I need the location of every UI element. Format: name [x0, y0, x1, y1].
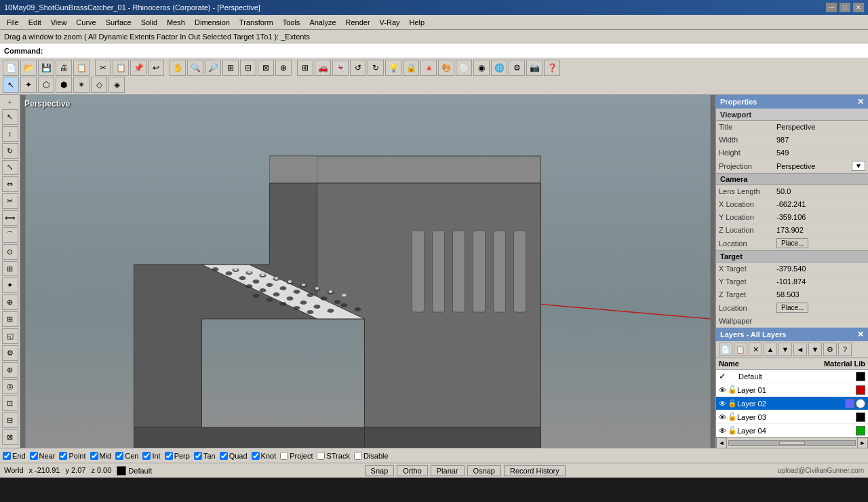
- tb-zoom-target[interactable]: ⊕: [275, 60, 292, 76]
- lt-mirror[interactable]: ⇔: [2, 176, 18, 192]
- snap-project[interactable]: Project: [280, 452, 313, 460]
- layer-down-btn[interactable]: ▼: [778, 343, 792, 356]
- minimize-btn[interactable]: —: [826, 3, 837, 12]
- snap-cen-cb[interactable]: [115, 452, 123, 460]
- tb-ghost[interactable]: 👻: [332, 60, 349, 76]
- tb-rotate-left[interactable]: ↺: [350, 60, 366, 76]
- tb-color[interactable]: 🎨: [438, 60, 454, 76]
- layer-color-02[interactable]: [845, 399, 854, 408]
- command-input[interactable]: [45, 47, 864, 55]
- tb-zoom-in[interactable]: 🔍: [187, 60, 203, 76]
- record-history-btn[interactable]: Record History: [504, 465, 566, 476]
- layer-row-default[interactable]: ✓ Default: [716, 370, 868, 383]
- tb-light[interactable]: 💡: [385, 60, 401, 76]
- tb-select[interactable]: ↖: [3, 77, 19, 93]
- lt-hide[interactable]: ◎: [2, 379, 18, 395]
- snap-quad[interactable]: Quad: [220, 452, 248, 460]
- tb-hatch[interactable]: ◇: [91, 77, 107, 93]
- lt-group2[interactable]: ⊞: [2, 311, 18, 327]
- snap-point-cb[interactable]: [59, 452, 67, 460]
- tb-car[interactable]: 🚗: [315, 60, 331, 76]
- menu-help[interactable]: Help: [406, 17, 429, 28]
- window-controls[interactable]: — □ ✕: [826, 3, 864, 12]
- lt-trim[interactable]: ✂: [2, 193, 18, 209]
- layers-scrollbar[interactable]: ◄ ►: [716, 437, 868, 448]
- menu-tools[interactable]: Tools: [279, 17, 304, 28]
- tb-array[interactable]: ✶: [73, 77, 90, 93]
- lt-array2[interactable]: ⊞: [2, 261, 18, 277]
- layer-settings-btn[interactable]: ⚙: [823, 343, 837, 356]
- tb-pan[interactable]: ✋: [170, 60, 186, 76]
- tb-rotate-right[interactable]: ↻: [368, 60, 384, 76]
- snap-end-cb[interactable]: [3, 452, 11, 460]
- snap-near-cb[interactable]: [30, 452, 38, 460]
- menu-render[interactable]: Render: [342, 17, 374, 28]
- snap-strack-cb[interactable]: [317, 452, 325, 460]
- tb-cut[interactable]: ✂: [95, 60, 111, 76]
- lt-render3[interactable]: ⊠: [2, 429, 18, 445]
- layers-close-btn[interactable]: ✕: [857, 330, 864, 339]
- lt-explode[interactable]: ✦: [2, 277, 18, 293]
- lt-snap2[interactable]: ⊕: [2, 362, 18, 378]
- tb-save[interactable]: 💾: [38, 60, 54, 76]
- layer-delete-btn[interactable]: ✕: [749, 343, 762, 356]
- lt-cursor[interactable]: ↖: [2, 109, 18, 125]
- tb-zoom-select[interactable]: ⊠: [258, 60, 274, 76]
- scroll-right-btn[interactable]: ►: [857, 438, 868, 448]
- menu-analyze[interactable]: Analyze: [305, 17, 340, 28]
- layer-row-01[interactable]: 👁 🔓 Layer 01: [716, 383, 868, 397]
- lt-show[interactable]: ⊡: [2, 395, 18, 411]
- lt-extend[interactable]: ⟺: [2, 210, 18, 226]
- scroll-left-btn[interactable]: ◄: [716, 438, 727, 448]
- snap-perp-cb[interactable]: [165, 452, 173, 460]
- tgt-place-btn[interactable]: Place...: [776, 303, 808, 313]
- lt-layer[interactable]: ◱: [2, 328, 18, 344]
- maximize-btn[interactable]: □: [840, 3, 850, 12]
- snap-end[interactable]: End: [3, 452, 26, 460]
- snap-mid[interactable]: Mid: [90, 452, 112, 460]
- layer-row-03[interactable]: 👁 🔓 Layer 03: [716, 410, 868, 424]
- menu-solid[interactable]: Solid: [137, 17, 161, 28]
- layer-left-btn[interactable]: ◄: [793, 343, 807, 356]
- lt-offset[interactable]: ⊙: [2, 244, 18, 260]
- menu-transform[interactable]: Transform: [235, 17, 277, 28]
- scroll-track[interactable]: [728, 440, 856, 446]
- snap-toggle-btn[interactable]: Snap: [365, 465, 395, 476]
- snap-knot[interactable]: Knot: [252, 452, 277, 460]
- close-btn[interactable]: ✕: [853, 3, 864, 12]
- tb-viewport-grid[interactable]: ⊞: [297, 60, 313, 76]
- menu-surface[interactable]: Surface: [102, 17, 136, 28]
- tb-zoom-out[interactable]: 🔎: [205, 60, 221, 76]
- snap-disable[interactable]: Disable: [354, 452, 389, 460]
- layer-help-btn[interactable]: ?: [838, 343, 852, 356]
- tb-zoom-extent[interactable]: ⊞: [222, 60, 239, 76]
- tb-material[interactable]: ◉: [473, 60, 490, 76]
- snap-quad-cb[interactable]: [220, 452, 228, 460]
- lt-scale[interactable]: ⤡: [2, 160, 18, 176]
- snap-mid-cb[interactable]: [90, 452, 98, 460]
- layer-row-02[interactable]: 👁 🔒 Layer 02: [716, 397, 868, 410]
- osnap-btn[interactable]: Osnap: [467, 465, 501, 476]
- snap-disable-cb[interactable]: [354, 452, 362, 460]
- snap-tan-cb[interactable]: [194, 452, 202, 460]
- snap-strack[interactable]: STrack: [317, 452, 349, 460]
- tb-select2[interactable]: ✦: [20, 77, 37, 93]
- cam-place-btn[interactable]: Place...: [776, 238, 808, 248]
- snap-perp[interactable]: Perp: [165, 452, 190, 460]
- tb-lock[interactable]: 🔒: [403, 60, 419, 76]
- tb-settings[interactable]: ⚙: [509, 60, 525, 76]
- layer-row-04[interactable]: 👁 🔓 Layer 04: [716, 424, 868, 437]
- tb-dimension2[interactable]: ◈: [108, 77, 125, 93]
- snap-near[interactable]: Near: [30, 452, 56, 460]
- scroll-thumb[interactable]: [779, 441, 804, 445]
- lt-properties2[interactable]: ⚙: [2, 345, 18, 361]
- menu-edit[interactable]: Edit: [24, 17, 45, 28]
- snap-project-cb[interactable]: [280, 452, 288, 460]
- tb-print[interactable]: 🖨: [56, 60, 72, 76]
- ortho-btn[interactable]: Ortho: [397, 465, 428, 476]
- tb-help-icon[interactable]: ❓: [544, 60, 560, 76]
- tb-new[interactable]: 📄: [3, 60, 19, 76]
- snap-tan[interactable]: Tan: [194, 452, 216, 460]
- snap-point[interactable]: Point: [59, 452, 85, 460]
- tb-properties[interactable]: 📋: [73, 60, 90, 76]
